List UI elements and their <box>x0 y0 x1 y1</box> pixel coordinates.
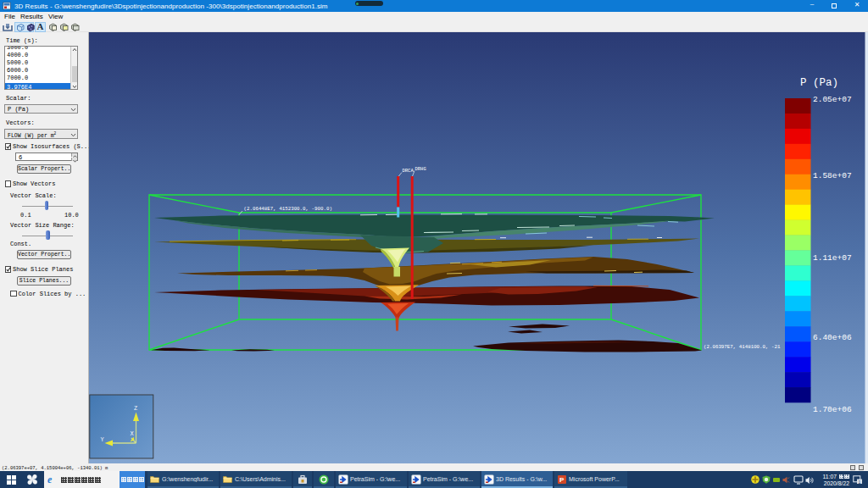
svg-text:(2.06397E7, 4148100.0, -21: (2.06397E7, 4148100.0, -21 <box>704 344 781 350</box>
svg-text:P (Pa): P (Pa) <box>800 77 838 89</box>
svg-text:1.11e+07: 1.11e+07 <box>813 253 852 263</box>
svg-text:Z: Z <box>134 405 137 412</box>
svg-text:2.05e+07: 2.05e+07 <box>813 95 852 104</box>
svg-text:DRHG: DRHG <box>415 166 426 172</box>
svg-text:6.40e+06: 6.40e+06 <box>813 333 852 342</box>
svg-text:(2.06448E7, 4152300.0, -900.0): (2.06448E7, 4152300.0, -900.0) <box>244 206 332 212</box>
svg-text:1.70e+06: 1.70e+06 <box>813 405 852 414</box>
svg-text:DRCA: DRCA <box>403 168 415 174</box>
svg-text:1: 1 <box>859 480 861 485</box>
svg-text:P: P <box>559 476 565 484</box>
svg-text:1.58e+07: 1.58e+07 <box>813 171 852 180</box>
